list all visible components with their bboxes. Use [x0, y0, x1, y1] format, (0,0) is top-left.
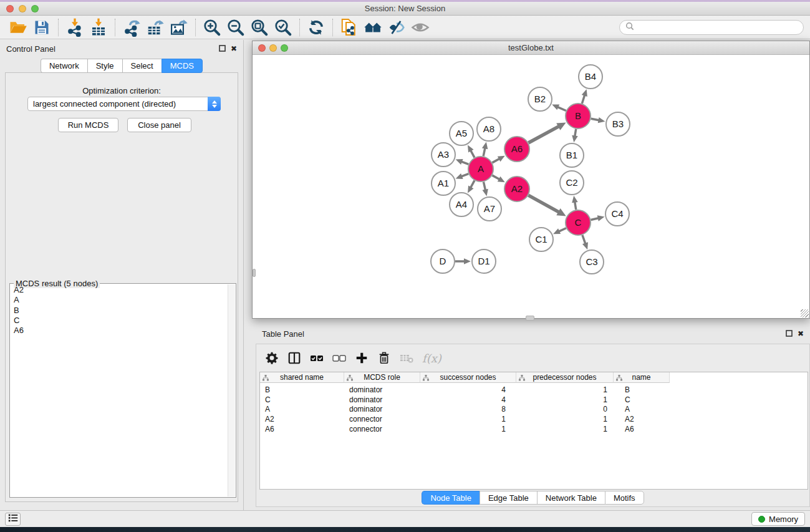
tab-mcds[interactable]: MCDS — [162, 59, 203, 73]
close-panel-icon[interactable]: ✖ — [231, 45, 237, 52]
mcds-tab-content: Optimization criterion: largest connecte… — [5, 72, 238, 502]
search-input[interactable] — [635, 22, 798, 32]
graph-node-label: A6 — [511, 143, 523, 154]
deselect-all-icon[interactable] — [330, 349, 349, 367]
tab-select[interactable]: Select — [122, 59, 162, 73]
graph-node-label: B2 — [534, 94, 546, 104]
network-zoom-button[interactable] — [281, 44, 288, 52]
network-close-button[interactable] — [258, 44, 266, 52]
tab-style[interactable]: Style — [87, 59, 122, 73]
close-window-button[interactable] — [6, 5, 14, 12]
eye-icon[interactable] — [408, 17, 432, 38]
graph-edge-A-A4 — [471, 180, 475, 187]
table-row[interactable]: Bdominator41B — [260, 385, 808, 395]
save-icon[interactable] — [30, 17, 54, 38]
column-type-icon — [263, 374, 269, 383]
zoom-fit-icon[interactable] — [248, 17, 271, 38]
zoom-in-icon[interactable] — [200, 17, 224, 38]
horizontal-scrollbar-thumb[interactable] — [526, 316, 534, 321]
column-header-shared-name[interactable]: shared name — [260, 372, 344, 383]
mcds-result-item[interactable]: A2 — [11, 285, 227, 295]
task-history-button[interactable] — [5, 513, 21, 526]
resize-grip-icon[interactable] — [801, 309, 809, 317]
home-icon[interactable] — [361, 17, 385, 38]
graph-edge-A6-B — [528, 127, 559, 143]
network-canvas[interactable]: AA1A2A3A4A5A6A7A8BB1B2B3B4CC1C2C3C4DD1 — [253, 56, 809, 318]
status-bar: Memory — [0, 510, 810, 527]
graph-arrowhead — [456, 159, 463, 165]
minimize-window-button[interactable] — [19, 5, 26, 12]
table-cell: A6 — [614, 425, 670, 435]
column-header-successor-nodes[interactable]: successor nodes — [420, 372, 516, 383]
tab-network-table[interactable]: Network Table — [537, 491, 605, 505]
table-row[interactable]: A2connector11A2 — [260, 415, 808, 425]
mcds-result-item[interactable]: C — [11, 316, 227, 326]
gear-icon[interactable] — [263, 349, 281, 367]
column-type-icon — [519, 374, 525, 383]
graph-edge-B-B4 — [582, 95, 584, 104]
import-network-icon[interactable] — [63, 17, 87, 38]
tab-motifs[interactable]: Motifs — [605, 491, 644, 505]
table-row[interactable]: A6connector11A6 — [260, 425, 808, 435]
tab-edge-table[interactable]: Edge Table — [480, 491, 537, 505]
add-icon[interactable] — [352, 349, 371, 367]
select-stepper-icon — [208, 97, 221, 111]
graph-node-label: C3 — [586, 256, 597, 267]
tab-node-table[interactable]: Node Table — [422, 491, 480, 505]
trash-icon[interactable] — [375, 349, 393, 367]
export-table-icon[interactable] — [143, 17, 167, 38]
mcds-result-item[interactable]: A6 — [11, 326, 227, 336]
toolbar-separator — [299, 19, 300, 36]
control-panel-header: Control Panel ✖ — [0, 40, 243, 57]
table-panel: Table Panel ✖ — [256, 325, 810, 507]
optimization-criterion-select[interactable]: largest connected component (directed) — [27, 97, 221, 111]
table-cell: A2 — [260, 415, 344, 425]
zoom-out-icon[interactable] — [224, 17, 248, 38]
vertical-scrollbar-thumb[interactable] — [253, 269, 256, 277]
column-header-predecessor-nodes[interactable]: predecessor nodes — [516, 372, 614, 383]
table-cell: A6 — [260, 425, 344, 435]
control-panel-title: Control Panel — [6, 44, 55, 54]
column-header-name[interactable]: name — [614, 372, 670, 383]
function-builder-icon[interactable]: f(x) — [420, 352, 441, 365]
mcds-result-item[interactable]: B — [11, 306, 227, 316]
toolbar-separator — [115, 19, 115, 36]
float-panel-icon[interactable] — [219, 45, 226, 53]
copy-network-icon[interactable] — [337, 17, 361, 38]
memory-button[interactable]: Memory — [751, 512, 805, 526]
tab-network[interactable]: Network — [41, 59, 87, 73]
table-row[interactable]: Cdominator41C — [260, 395, 808, 405]
mcds-result-scrollbar[interactable] — [228, 284, 235, 496]
export-image-icon[interactable] — [167, 17, 191, 38]
mcds-result-box: MCDS result (5 nodes) A2ABCA6 — [9, 283, 236, 498]
optimization-criterion-label: Optimization criterion: — [6, 86, 238, 95]
close-table-panel-icon[interactable]: ✖ — [798, 330, 804, 337]
graph-arrowhead — [456, 173, 463, 179]
open-folder-icon[interactable] — [6, 17, 30, 38]
select-all-icon[interactable] — [307, 349, 326, 367]
close-panel-button[interactable]: Close panel — [127, 118, 191, 132]
show-columns-icon[interactable] — [285, 349, 304, 367]
run-mcds-button[interactable]: Run MCDS — [58, 118, 118, 132]
graph-node-label: B — [575, 110, 581, 121]
graph-node-label: D1 — [478, 256, 489, 266]
refresh-icon[interactable] — [304, 17, 328, 38]
graph-edge-B-B2 — [557, 107, 566, 111]
import-table-icon[interactable] — [87, 17, 110, 38]
table-panel-body: f(x) shared nameMCDS rolesuccessor nodes… — [256, 344, 810, 507]
table-cell: A — [260, 405, 344, 415]
network-minimize-button[interactable] — [269, 44, 277, 52]
delete-column-icon[interactable] — [397, 349, 416, 367]
zoom-selected-icon[interactable] — [271, 17, 295, 38]
mcds-result-item[interactable]: A — [11, 295, 227, 305]
desktop: Session: New Session — [0, 0, 810, 532]
export-network-icon[interactable] — [120, 17, 143, 38]
network-graph: AA1A2A3A4A5A6A7A8BB1B2B3B4CC1C2C3C4DD1 — [253, 56, 809, 318]
column-header-MCDS-role[interactable]: MCDS role — [344, 372, 420, 383]
float-table-panel-icon[interactable] — [786, 330, 793, 338]
zoom-window-button[interactable] — [31, 5, 39, 12]
graph-edge-A-A8 — [483, 148, 485, 156]
table-row[interactable]: Adominator80A — [260, 405, 808, 415]
toolbar-search[interactable] — [619, 20, 804, 35]
graphics-details-icon[interactable] — [385, 17, 408, 38]
